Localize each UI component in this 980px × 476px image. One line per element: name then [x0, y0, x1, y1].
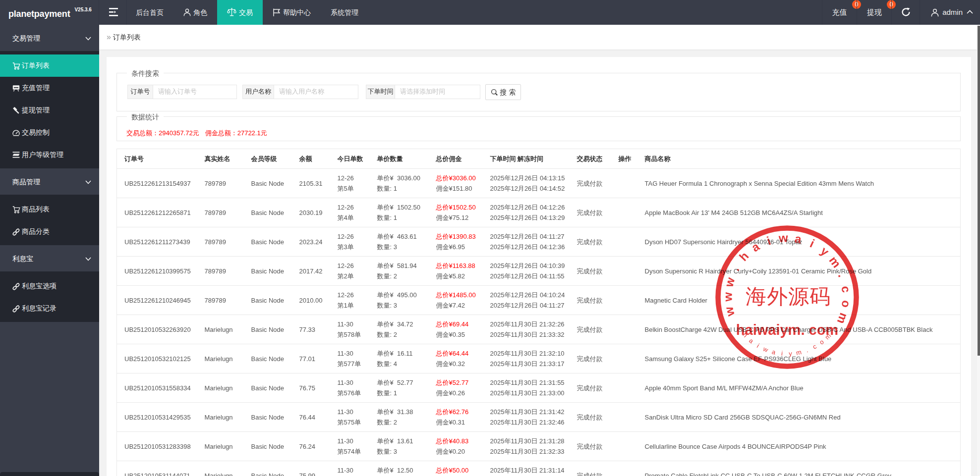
svg-text:o: o [839, 300, 854, 309]
svg-text:海外源码: 海外源码 [746, 285, 831, 308]
svg-text:i: i [765, 234, 773, 248]
svg-text:.: . [805, 346, 809, 354]
svg-text:.: . [836, 271, 850, 279]
svg-text:c: c [839, 285, 854, 294]
svg-text:w: w [721, 292, 734, 302]
svg-text:w: w [722, 305, 737, 318]
svg-text:o: o [818, 338, 825, 346]
svg-text:w: w [778, 231, 789, 245]
svg-text:m: m [795, 348, 802, 357]
svg-text:a: a [794, 232, 803, 246]
svg-text:y: y [818, 244, 832, 259]
svg-text:i: i [781, 350, 783, 357]
svg-text:y: y [789, 350, 793, 357]
svg-text:.: . [729, 264, 742, 273]
svg-text:a: a [749, 239, 762, 254]
svg-text:w: w [722, 276, 737, 289]
svg-text:i: i [808, 237, 816, 250]
svg-text:a: a [771, 348, 776, 356]
svg-text:a: a [748, 337, 755, 345]
svg-text:c: c [811, 342, 818, 351]
svg-text:i: i [755, 342, 760, 349]
svg-text:w: w [761, 345, 769, 354]
